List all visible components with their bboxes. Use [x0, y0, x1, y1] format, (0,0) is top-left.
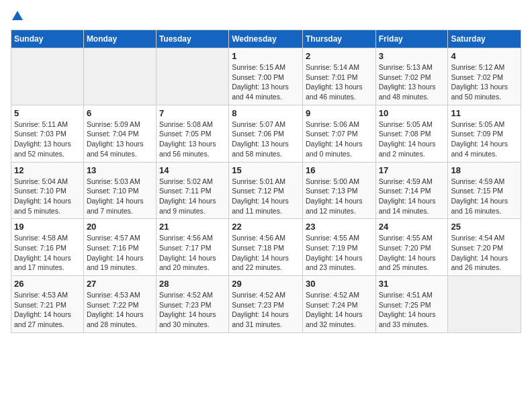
day-info: Sunrise: 5:04 AMSunset: 7:10 PMDaylight:… — [14, 177, 81, 216]
calendar-cell: 31Sunrise: 4:51 AMSunset: 7:25 PMDayligh… — [375, 276, 448, 333]
day-number: 30 — [306, 279, 373, 289]
day-number: 16 — [306, 165, 373, 175]
day-info: Sunrise: 4:54 AMSunset: 7:20 PMDaylight:… — [451, 233, 518, 273]
weekday-header-thursday: Thursday — [302, 30, 375, 48]
calendar-cell: 28Sunrise: 4:52 AMSunset: 7:23 PMDayligh… — [156, 276, 228, 333]
day-info: Sunrise: 4:57 AMSunset: 7:16 PMDaylight:… — [87, 233, 153, 273]
day-number: 31 — [379, 279, 445, 289]
day-number: 28 — [159, 279, 226, 289]
day-info: Sunrise: 5:14 AMSunset: 7:01 PMDaylight:… — [306, 62, 373, 102]
calendar-cell: 29Sunrise: 4:52 AMSunset: 7:23 PMDayligh… — [229, 276, 303, 333]
day-info: Sunrise: 4:55 AMSunset: 7:20 PMDaylight:… — [379, 233, 445, 273]
calendar-cell: 25Sunrise: 4:54 AMSunset: 7:20 PMDayligh… — [448, 219, 521, 276]
day-info: Sunrise: 4:53 AMSunset: 7:22 PMDaylight:… — [87, 290, 153, 330]
day-info: Sunrise: 5:01 AMSunset: 7:12 PMDaylight:… — [232, 177, 300, 216]
day-info: Sunrise: 5:02 AMSunset: 7:11 PMDaylight:… — [159, 177, 226, 216]
day-info: Sunrise: 4:52 AMSunset: 7:23 PMDaylight:… — [159, 290, 226, 330]
day-number: 25 — [451, 222, 518, 232]
day-number: 21 — [159, 222, 226, 232]
calendar-cell: 15Sunrise: 5:01 AMSunset: 7:12 PMDayligh… — [229, 162, 303, 219]
day-number: 22 — [232, 222, 300, 232]
calendar-header-row: SundayMondayTuesdayWednesdayThursdayFrid… — [11, 30, 521, 48]
day-info: Sunrise: 4:52 AMSunset: 7:23 PMDaylight:… — [232, 290, 300, 330]
day-number: 4 — [451, 51, 518, 61]
weekday-header-friday: Friday — [375, 30, 448, 48]
calendar-cell: 21Sunrise: 4:56 AMSunset: 7:17 PMDayligh… — [156, 219, 228, 276]
day-number: 3 — [379, 51, 445, 61]
calendar-cell: 19Sunrise: 4:58 AMSunset: 7:16 PMDayligh… — [11, 219, 84, 276]
calendar-cell: 27Sunrise: 4:53 AMSunset: 7:22 PMDayligh… — [83, 276, 156, 333]
calendar-cell: 2Sunrise: 5:14 AMSunset: 7:01 PMDaylight… — [302, 48, 375, 105]
day-number: 17 — [379, 165, 445, 175]
calendar-cell: 1Sunrise: 5:15 AMSunset: 7:00 PMDaylight… — [229, 48, 303, 105]
day-number: 27 — [87, 279, 153, 289]
calendar-cell — [11, 48, 84, 105]
day-number: 9 — [306, 108, 373, 118]
day-number: 15 — [232, 165, 300, 175]
day-number: 13 — [87, 165, 153, 175]
weekday-header-tuesday: Tuesday — [156, 30, 228, 48]
day-info: Sunrise: 5:12 AMSunset: 7:02 PMDaylight:… — [451, 62, 518, 102]
calendar-week-row: 1Sunrise: 5:15 AMSunset: 7:00 PMDaylight… — [11, 48, 521, 105]
day-info: Sunrise: 4:58 AMSunset: 7:16 PMDaylight:… — [14, 233, 81, 273]
day-info: Sunrise: 5:05 AMSunset: 7:08 PMDaylight:… — [379, 120, 445, 159]
day-number: 24 — [379, 222, 445, 232]
day-info: Sunrise: 4:53 AMSunset: 7:21 PMDaylight:… — [14, 290, 81, 330]
day-number: 8 — [232, 108, 300, 118]
calendar-cell: 5Sunrise: 5:11 AMSunset: 7:03 PMDaylight… — [11, 105, 84, 162]
page-header — [11, 11, 521, 21]
calendar-cell: 10Sunrise: 5:05 AMSunset: 7:08 PMDayligh… — [375, 105, 448, 162]
day-info: Sunrise: 4:59 AMSunset: 7:15 PMDaylight:… — [451, 177, 518, 216]
calendar-cell: 7Sunrise: 5:08 AMSunset: 7:05 PMDaylight… — [156, 105, 228, 162]
calendar-cell — [156, 48, 228, 105]
day-number: 19 — [14, 222, 81, 232]
day-number: 26 — [14, 279, 81, 289]
day-number: 6 — [87, 108, 153, 118]
day-info: Sunrise: 4:59 AMSunset: 7:14 PMDaylight:… — [379, 177, 445, 216]
day-info: Sunrise: 5:08 AMSunset: 7:05 PMDaylight:… — [159, 120, 226, 159]
day-number: 18 — [451, 165, 518, 175]
day-info: Sunrise: 5:09 AMSunset: 7:04 PMDaylight:… — [87, 120, 153, 159]
calendar-week-row: 26Sunrise: 4:53 AMSunset: 7:21 PMDayligh… — [11, 276, 521, 333]
day-info: Sunrise: 4:56 AMSunset: 7:17 PMDaylight:… — [159, 233, 226, 273]
calendar-cell: 18Sunrise: 4:59 AMSunset: 7:15 PMDayligh… — [448, 162, 521, 219]
day-info: Sunrise: 5:11 AMSunset: 7:03 PMDaylight:… — [14, 120, 81, 159]
calendar-table: SundayMondayTuesdayWednesdayThursdayFrid… — [11, 30, 521, 333]
calendar-cell: 26Sunrise: 4:53 AMSunset: 7:21 PMDayligh… — [11, 276, 84, 333]
calendar-cell: 6Sunrise: 5:09 AMSunset: 7:04 PMDaylight… — [83, 105, 156, 162]
day-info: Sunrise: 5:07 AMSunset: 7:06 PMDaylight:… — [232, 120, 300, 159]
day-info: Sunrise: 5:00 AMSunset: 7:13 PMDaylight:… — [306, 177, 373, 216]
calendar-week-row: 12Sunrise: 5:04 AMSunset: 7:10 PMDayligh… — [11, 162, 521, 219]
weekday-header-wednesday: Wednesday — [229, 30, 303, 48]
day-number: 7 — [159, 108, 226, 118]
day-info: Sunrise: 5:03 AMSunset: 7:10 PMDaylight:… — [87, 177, 153, 216]
day-number: 12 — [14, 165, 81, 175]
day-info: Sunrise: 4:51 AMSunset: 7:25 PMDaylight:… — [379, 290, 445, 330]
calendar-cell: 22Sunrise: 4:56 AMSunset: 7:18 PMDayligh… — [229, 219, 303, 276]
calendar-cell: 3Sunrise: 5:13 AMSunset: 7:02 PMDaylight… — [375, 48, 448, 105]
logo-triangle-icon — [12, 11, 23, 20]
calendar-cell: 30Sunrise: 4:52 AMSunset: 7:24 PMDayligh… — [302, 276, 375, 333]
calendar-cell: 17Sunrise: 4:59 AMSunset: 7:14 PMDayligh… — [375, 162, 448, 219]
calendar-week-row: 5Sunrise: 5:11 AMSunset: 7:03 PMDaylight… — [11, 105, 521, 162]
day-info: Sunrise: 5:05 AMSunset: 7:09 PMDaylight:… — [451, 120, 518, 159]
calendar-week-row: 19Sunrise: 4:58 AMSunset: 7:16 PMDayligh… — [11, 219, 521, 276]
day-number: 2 — [306, 51, 373, 61]
calendar-cell: 11Sunrise: 5:05 AMSunset: 7:09 PMDayligh… — [448, 105, 521, 162]
weekday-header-sunday: Sunday — [11, 30, 84, 48]
day-info: Sunrise: 5:06 AMSunset: 7:07 PMDaylight:… — [306, 120, 373, 159]
day-number: 29 — [232, 279, 300, 289]
calendar-cell: 24Sunrise: 4:55 AMSunset: 7:20 PMDayligh… — [375, 219, 448, 276]
calendar-cell: 23Sunrise: 4:55 AMSunset: 7:19 PMDayligh… — [302, 219, 375, 276]
day-number: 1 — [232, 51, 300, 61]
day-number: 14 — [159, 165, 226, 175]
calendar-cell: 20Sunrise: 4:57 AMSunset: 7:16 PMDayligh… — [83, 219, 156, 276]
day-number: 11 — [451, 108, 518, 118]
day-info: Sunrise: 4:52 AMSunset: 7:24 PMDaylight:… — [306, 290, 373, 330]
logo — [11, 11, 23, 21]
day-info: Sunrise: 4:55 AMSunset: 7:19 PMDaylight:… — [306, 233, 373, 273]
calendar-cell: 12Sunrise: 5:04 AMSunset: 7:10 PMDayligh… — [11, 162, 84, 219]
calendar-cell: 13Sunrise: 5:03 AMSunset: 7:10 PMDayligh… — [83, 162, 156, 219]
calendar-cell: 8Sunrise: 5:07 AMSunset: 7:06 PMDaylight… — [229, 105, 303, 162]
calendar-cell: 4Sunrise: 5:12 AMSunset: 7:02 PMDaylight… — [448, 48, 521, 105]
